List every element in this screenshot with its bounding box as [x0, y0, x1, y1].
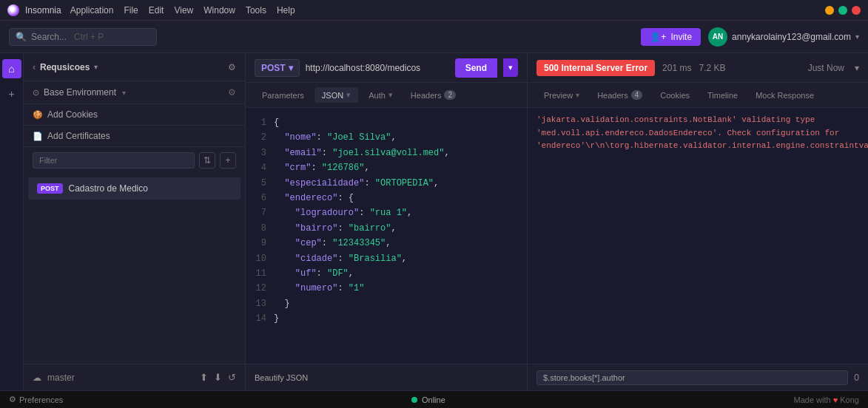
filter-input[interactable] [33, 152, 195, 169]
footer-actions: ⬆ ⬇ ↺ [200, 372, 236, 383]
env-chevron-icon[interactable]: ▾ [122, 89, 126, 97]
branch-name: master [47, 373, 75, 383]
chevron-down-icon[interactable]: ▾ [855, 33, 859, 41]
close-button[interactable] [852, 6, 861, 15]
search-placeholder: Search... [31, 32, 67, 42]
invite-icon: 👤+ [650, 32, 666, 42]
code-line: 10 "cidade": "Brasilia", [253, 251, 519, 266]
certs-label: Add Certificates [47, 131, 110, 141]
menu-bar: Application File Edit View Window Tools … [70, 5, 295, 16]
code-line: 4 "crm": "126786", [253, 160, 519, 175]
code-line: 3 "email": "joel.silva@voll.med", [253, 146, 519, 160]
preferences-button[interactable]: ⚙ Preferences [9, 395, 63, 404]
preview-chevron-icon: ▾ [576, 91, 579, 99]
left-panel-footer: ☁ master ⬆ ⬇ ↺ [24, 364, 245, 390]
tab-headers[interactable]: Headers 2 [403, 87, 463, 103]
app-logo [7, 4, 19, 16]
menu-tools[interactable]: Tools [246, 5, 266, 16]
app-body: 🔍 Search... Ctrl + P 👤+ Invite AN annyka… [0, 21, 868, 408]
content-area: ⌂ + ‹ Requsicoes ▾ ⚙ ⊙ Base Environment … [0, 53, 868, 390]
collapse-icon[interactable]: ‹ [33, 62, 36, 72]
list-item[interactable]: POST Cadastro de Medico [28, 177, 240, 200]
online-indicator [411, 397, 417, 403]
home-icon-button[interactable]: ⌂ [2, 59, 21, 78]
response-size: 7.2 KB [699, 63, 725, 73]
right-panel: 500 Internal Server Error 201 ms 7.2 KB … [528, 53, 868, 390]
cloud-icon: ☁ [33, 373, 41, 383]
response-time: 201 ms [662, 63, 691, 73]
tab-preview[interactable]: Preview ▾ [536, 88, 587, 103]
online-label: Online [422, 395, 445, 404]
titlebar: Insomnia Application File Edit View Wind… [0, 0, 868, 21]
tab-response-headers[interactable]: Headers 4 [590, 87, 650, 103]
response-bar: 500 Internal Server Error 201 ms 7.2 KB … [528, 53, 868, 83]
code-editor[interactable]: 1{ 2 "nome": "Joel Silva", 3 "email": "j… [246, 108, 527, 364]
tab-timeline[interactable]: Timeline [700, 88, 745, 103]
request-list: POST Cadastro de Medico [24, 174, 245, 364]
send-dropdown-button[interactable]: ▾ [503, 58, 518, 77]
panel-chevron-icon[interactable]: ▾ [94, 63, 98, 71]
panel-settings-icon[interactable]: ⚙ [228, 62, 236, 72]
menu-file[interactable]: File [124, 5, 138, 16]
search-bar[interactable]: 🔍 Search... Ctrl + P [9, 28, 157, 46]
center-footer: Beautify JSON [246, 364, 527, 390]
center-panel: POST ▾ Send ▾ Parameters JSON ▾ Auth ▾ [246, 53, 528, 390]
tab-parameters[interactable]: Parameters [255, 88, 312, 103]
code-line: 2 "nome": "Joel Silva", [253, 130, 519, 145]
method-select[interactable]: POST ▾ [255, 59, 300, 77]
cookies-label: Add Cookies [47, 109, 98, 120]
menu-help[interactable]: Help [277, 5, 295, 16]
request-tabs: Parameters JSON ▾ Auth ▾ Headers 2 [246, 83, 527, 108]
request-bar: POST ▾ Send ▾ [246, 53, 527, 83]
cookies-row[interactable]: 🍪 Add Cookies [24, 104, 245, 126]
tab-mock-response[interactable]: Mock Response [748, 88, 821, 103]
window-controls [825, 6, 861, 15]
code-line: 12 "numero": "1" [253, 281, 519, 296]
env-settings-icon[interactable]: ⚙ [228, 87, 236, 98]
upload-icon[interactable]: ⬆ [200, 372, 208, 383]
tab-auth[interactable]: Auth ▾ [361, 87, 400, 103]
filter-add-button[interactable]: + [220, 152, 236, 169]
user-email: annykarolainy123@gmail.com [732, 32, 851, 42]
env-section: ⊙ Base Environment ▾ ⚙ [24, 81, 245, 104]
menu-window[interactable]: Window [203, 5, 235, 16]
timestamp-chevron-icon[interactable]: ▾ [855, 63, 859, 73]
icon-sidebar: ⌂ + [0, 53, 24, 390]
code-line: 14} [253, 311, 519, 326]
jq-filter-input[interactable] [536, 370, 848, 385]
certs-icon: 📄 [33, 132, 43, 141]
code-line: 7 "logradouro": "rua 1", [253, 205, 519, 220]
menu-view[interactable]: View [174, 5, 193, 16]
download-icon[interactable]: ⬇ [214, 372, 222, 383]
tab-cookies[interactable]: Cookies [653, 88, 697, 103]
filter-sort-button[interactable]: ⇅ [199, 152, 215, 169]
filter-row: ⇅ + [24, 147, 245, 174]
certs-row[interactable]: 📄 Add Certificates [24, 126, 245, 147]
add-icon-button[interactable]: + [2, 84, 21, 103]
method-chevron-icon: ▾ [289, 63, 293, 73]
code-line: 8 "bairro": "bairro", [253, 221, 519, 236]
menu-edit[interactable]: Edit [149, 5, 164, 16]
auth-chevron-icon: ▾ [388, 90, 393, 100]
result-count: 0 [854, 373, 859, 383]
invite-button[interactable]: 👤+ Invite [641, 28, 701, 46]
status-badge: 500 Internal Server Error [536, 60, 655, 76]
url-input[interactable] [306, 63, 449, 73]
minimize-button[interactable] [825, 6, 834, 15]
gear-icon: ⚙ [9, 395, 16, 404]
code-line: 6 "endereco": { [253, 191, 519, 205]
avatar: AN [708, 27, 727, 47]
method-badge: POST [37, 183, 63, 194]
send-button[interactable]: Send [455, 58, 497, 78]
user-area: AN annykarolainy123@gmail.com ▾ [708, 27, 859, 47]
maximize-button[interactable] [838, 6, 847, 15]
cookies-icon: 🍪 [33, 110, 43, 120]
panel-title: Requsicoes [40, 62, 90, 72]
sync-icon[interactable]: ↺ [228, 372, 236, 383]
menu-application[interactable]: Application [70, 5, 114, 16]
env-label[interactable]: Base Environment [44, 87, 116, 98]
beautify-button[interactable]: Beautify JSON [255, 373, 308, 382]
left-panel: ‹ Requsicoes ▾ ⚙ ⊙ Base Environment ▾ ⚙ … [24, 53, 246, 390]
response-content: 'jakarta.validation.constraints.NotBlank… [528, 108, 868, 364]
tab-json[interactable]: JSON ▾ [314, 87, 358, 103]
